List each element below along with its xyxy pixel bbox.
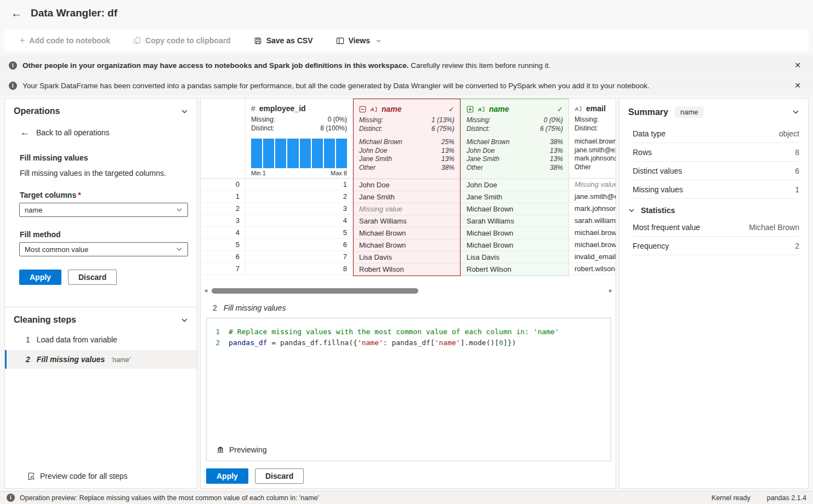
name-original-cell[interactable]: Lisa Davis — [354, 251, 460, 264]
cleaning-steps-section-header[interactable]: Cleaning steps — [5, 307, 197, 330]
scroll-left-icon[interactable]: ◀ — [202, 287, 209, 295]
email-cell[interactable]: invalid_email — [569, 251, 616, 263]
save-as-csv-button[interactable]: Save as CSV — [247, 33, 320, 48]
close-icon[interactable]: ✕ — [791, 80, 804, 91]
row-index-cell[interactable]: 0 — [201, 179, 245, 191]
email-cell[interactable]: jane.smith@exa — [569, 191, 616, 203]
add-code-to-notebook-button[interactable]: + Add code to notebook — [13, 33, 117, 48]
email-column-header[interactable]: A email Missing: Distinct: michael.brown… — [569, 99, 616, 179]
name-original-cell[interactable]: Jane Smith — [354, 191, 460, 203]
previewing-icon — [217, 446, 224, 454]
name-preview-cell[interactable]: Michael Brown — [461, 227, 568, 239]
name-preview-cell[interactable]: Sarah Williams — [461, 215, 568, 227]
preview-code-all-steps-button[interactable]: Preview code for all steps — [5, 465, 197, 488]
data-wrangler-app: ← Data Wrangler: df + Add code to notebo… — [0, 0, 813, 504]
chevron-down-icon[interactable] — [792, 108, 799, 116]
code-editor[interactable]: 1 # Replace missing values with the most… — [206, 318, 611, 461]
grid-column-employee-id: # employee_id Missing:0 (0%) Distinct:8 … — [246, 99, 353, 276]
apply-button[interactable]: Apply — [206, 468, 248, 484]
row-index-cell[interactable]: 7 — [201, 263, 245, 275]
name-preview-cell[interactable]: Michael Brown — [461, 239, 568, 251]
employee-id-cell[interactable]: 6 — [246, 239, 353, 251]
back-icon[interactable]: ← — [11, 8, 22, 19]
statistics-section-header[interactable]: Statistics — [619, 199, 808, 218]
status-message: Operation preview: Replace missing value… — [20, 494, 319, 502]
employee-id-cell[interactable]: 2 — [246, 191, 353, 203]
name-preview-cell[interactable]: Robert Wilson — [461, 264, 568, 276]
name-preview-column-header[interactable]: A name ✓ Missing:0 (0%) Distinct:6 (75%)… — [461, 99, 568, 179]
views-button[interactable]: Views — [329, 33, 388, 48]
back-to-all-operations-link[interactable]: ← Back to all operations — [5, 122, 197, 141]
name-original-cell[interactable]: Robert Wilson — [354, 264, 460, 276]
summary-row-missing-values: Missing values1 — [633, 180, 799, 199]
target-columns-select[interactable]: name — [19, 203, 188, 217]
chevron-down-icon[interactable] — [181, 317, 188, 324]
name-original-cell[interactable]: Sarah Williams — [354, 215, 460, 227]
email-cell-missing[interactable]: Missing value — [569, 179, 616, 191]
fill-method-select[interactable]: Most common value — [19, 242, 188, 256]
discard-button[interactable]: Discard — [255, 468, 304, 484]
row-index-cell[interactable]: 3 — [201, 215, 245, 227]
close-icon[interactable]: ✕ — [791, 60, 804, 71]
name-original-cell[interactable]: John Doe — [354, 179, 460, 191]
summary-row-distinct-values: Distinct values6 — [633, 162, 799, 180]
email-cell[interactable]: mark.johnson@ — [569, 203, 616, 215]
row-index-cell[interactable]: 2 — [201, 203, 245, 215]
name-preview-cell[interactable]: Jane Smith — [461, 191, 568, 203]
checkmark-icon[interactable]: ✓ — [448, 105, 454, 113]
email-cell[interactable]: michael.brown@ — [569, 239, 616, 251]
employee-id-cell[interactable]: 5 — [246, 227, 353, 239]
target-columns-label: Target columns* — [5, 177, 197, 203]
email-cell[interactable]: michael.brown@ — [569, 227, 616, 239]
code-step-number: 2 — [213, 303, 217, 312]
operations-section-header[interactable]: Operations — [5, 99, 197, 122]
code-actions: Apply Discard — [201, 461, 616, 484]
cleaning-step-2[interactable]: 2 Fill missing values 'name' — [5, 350, 197, 369]
column-title: employee_id — [259, 104, 306, 113]
fill-method-label: Fill method — [5, 217, 197, 242]
discard-button[interactable]: Discard — [68, 270, 117, 285]
email-cell[interactable]: sarah.williams@ — [569, 215, 616, 227]
banner-bold-text: Other people in your organization may ha… — [22, 61, 408, 70]
summary-panel: Summary name Data typeobject Rows8 Disti… — [619, 98, 809, 489]
row-index-cell[interactable]: 5 — [201, 239, 245, 251]
horizontal-scrollbar[interactable]: ◀ ▶ — [202, 287, 615, 295]
checkmark-icon[interactable]: ✓ — [557, 105, 563, 113]
row-index-cell[interactable]: 4 — [201, 227, 245, 239]
apply-button[interactable]: Apply — [19, 270, 61, 285]
info-icon: i — [7, 494, 15, 502]
employee-id-cell[interactable]: 3 — [246, 203, 353, 215]
copy-code-button[interactable]: Copy code to clipboard — [127, 33, 237, 48]
scrollbar-thumb[interactable] — [212, 288, 418, 294]
employee-id-cell[interactable]: 8 — [246, 263, 353, 275]
name-original-cell-missing[interactable]: Missing value — [354, 203, 460, 215]
cleaning-step-1[interactable]: 1 Load data from variable — [5, 330, 197, 349]
views-icon — [336, 37, 344, 45]
name-original-column-header[interactable]: A name ✓ Missing:1 (13%) Distinct:6 (75%… — [354, 99, 460, 179]
chevron-down-icon — [176, 207, 183, 213]
summary-header[interactable]: Summary name — [619, 99, 808, 124]
name-preview-cell[interactable]: Michael Brown — [461, 203, 568, 215]
name-preview-cell[interactable]: Lisa Davis — [461, 251, 568, 264]
name-original-cell[interactable]: Michael Brown — [354, 227, 460, 239]
step-number: 1 — [26, 335, 30, 344]
row-index-cell[interactable]: 1 — [201, 191, 245, 203]
workspace-access-banner: i Other people in your organization may … — [0, 55, 813, 75]
name-preview-cell[interactable]: John Doe — [461, 179, 568, 191]
frequent-values: Michael Brown38% John Doe13% Jane Smith1… — [467, 138, 563, 172]
employee-id-cell[interactable]: 7 — [246, 251, 353, 263]
row-index-cell[interactable]: 6 — [201, 251, 245, 263]
employee-id-cell[interactable]: 1 — [246, 179, 353, 191]
code-line: 2 pandas_df = pandas_df.fillna({'name': … — [207, 337, 611, 348]
employee-id-cell[interactable]: 4 — [246, 215, 353, 227]
chevron-down-icon[interactable] — [181, 108, 188, 115]
summary-row-most-frequent: Most frequent valueMichael Brown — [633, 218, 799, 237]
grid-column-email: A email Missing: Distinct: michael.brown… — [569, 99, 616, 276]
spacer — [5, 370, 197, 465]
scroll-right-icon[interactable]: ▶ — [607, 287, 615, 295]
name-original-cell[interactable]: Michael Brown — [354, 239, 460, 251]
scrollbar-track[interactable] — [209, 287, 607, 295]
email-cell[interactable]: robert.wilson@ — [569, 263, 616, 275]
column-title: name — [382, 105, 402, 113]
employee-id-column-header[interactable]: # employee_id Missing:0 (0%) Distinct:8 … — [246, 99, 353, 179]
